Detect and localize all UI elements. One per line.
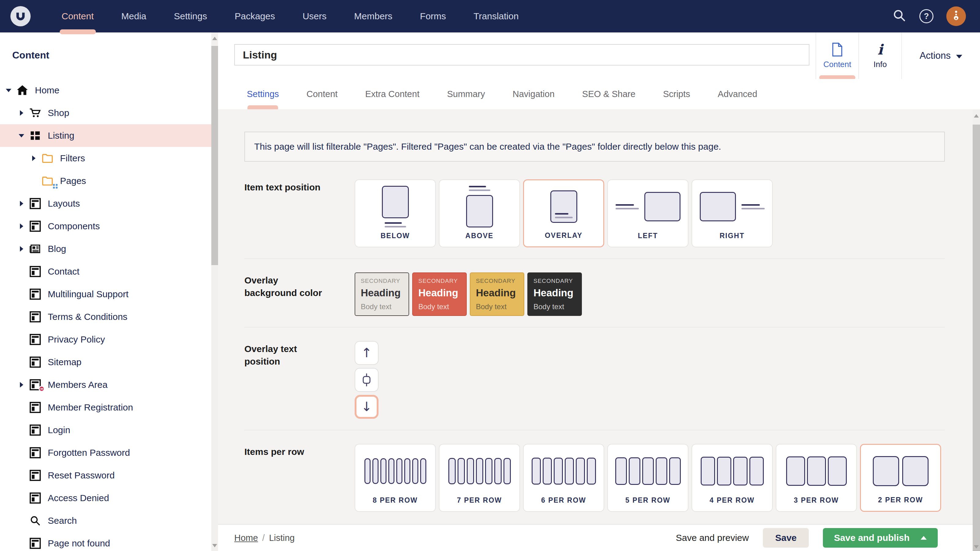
page-title-input[interactable] bbox=[234, 44, 810, 65]
tree-item-access-denied[interactable]: Access Denied bbox=[0, 487, 211, 510]
nav-item-media[interactable]: Media bbox=[108, 0, 160, 32]
tree-item-home[interactable]: Home bbox=[0, 79, 211, 102]
option-below[interactable]: BELOW bbox=[355, 179, 436, 247]
scrollbar-thumb[interactable] bbox=[973, 125, 980, 551]
main-scrollbar[interactable] bbox=[973, 109, 980, 551]
tree-item-search[interactable]: Search bbox=[0, 510, 211, 532]
option-right[interactable]: RIGHT bbox=[692, 179, 773, 247]
swatch-charcoal[interactable]: SECONDARY Heading Body text bbox=[527, 272, 582, 316]
tree-item-forgotten-password[interactable]: Forgotten Password bbox=[0, 441, 211, 464]
layout-icon bbox=[27, 333, 43, 345]
nav-item-forms[interactable]: Forms bbox=[406, 0, 460, 32]
swatch-beige[interactable]: SECONDARY Heading Body text bbox=[355, 272, 409, 316]
option-3-per-row[interactable]: 3 PER ROW bbox=[776, 444, 857, 512]
position-bottom-button[interactable]: ↓ bbox=[355, 395, 379, 419]
property-overlay-text-position: Overlay text position ↑ ↓ bbox=[244, 327, 945, 430]
option-4-per-row[interactable]: 4 PER ROW bbox=[692, 444, 773, 512]
position-top-button[interactable]: ↑ bbox=[355, 341, 379, 365]
tab-content-group[interactable]: Content bbox=[293, 79, 352, 109]
save-button[interactable]: Save bbox=[763, 528, 809, 548]
nav-item-members[interactable]: Members bbox=[340, 0, 406, 32]
caret-right-icon[interactable] bbox=[16, 224, 27, 229]
sidebar-scrollbar[interactable] bbox=[211, 32, 218, 551]
tree-item-member-registration[interactable]: Member Registration bbox=[0, 396, 211, 419]
option-7-per-row[interactable]: 7 PER ROW bbox=[439, 444, 520, 512]
option-8-per-row[interactable]: 8 PER ROW bbox=[355, 444, 436, 512]
nav-item-translation[interactable]: Translation bbox=[460, 0, 532, 32]
umbraco-logo-icon[interactable] bbox=[10, 6, 30, 26]
option-6-per-row[interactable]: 6 PER ROW bbox=[523, 444, 604, 512]
tree-item-multilingual-support[interactable]: Multilingual Support bbox=[0, 283, 211, 305]
tree-item-page-not-found[interactable]: Page not found bbox=[0, 532, 211, 551]
caret-right-icon[interactable] bbox=[16, 246, 27, 252]
active-tab-indicator bbox=[247, 105, 278, 109]
layout-icon bbox=[27, 198, 43, 210]
scroll-up-icon[interactable] bbox=[974, 114, 979, 118]
option-overlay[interactable]: OVERLAY bbox=[523, 179, 604, 247]
nav-item-users[interactable]: Users bbox=[289, 0, 340, 32]
option-above[interactable]: ABOVE bbox=[439, 179, 520, 247]
tree-item-filters[interactable]: Filters bbox=[0, 147, 211, 170]
layout-icon bbox=[27, 424, 43, 436]
tree-item-listing[interactable]: Listing bbox=[0, 124, 211, 147]
caret-right-icon[interactable] bbox=[16, 201, 27, 206]
swatch-mustard[interactable]: SECONDARY Heading Body text bbox=[470, 272, 524, 316]
nav-item-packages[interactable]: Packages bbox=[221, 0, 289, 32]
tab-info[interactable]: i Info bbox=[858, 32, 901, 79]
tree-item-privacy-policy[interactable]: Privacy Policy bbox=[0, 328, 211, 351]
tree-item-layouts[interactable]: Layouts bbox=[0, 192, 211, 215]
chevron-up-icon[interactable] bbox=[921, 536, 927, 540]
tree-item-pages[interactable]: Pages bbox=[0, 170, 211, 192]
breadcrumb-home-link[interactable]: Home bbox=[234, 533, 258, 543]
nav-item-settings[interactable]: Settings bbox=[160, 0, 221, 32]
caret-right-icon[interactable] bbox=[28, 156, 39, 161]
scroll-down-icon[interactable] bbox=[212, 544, 217, 547]
scroll-up-icon[interactable] bbox=[212, 37, 217, 40]
layout-icon bbox=[27, 356, 43, 368]
scroll-down-icon[interactable] bbox=[974, 545, 979, 549]
tab-advanced[interactable]: Advanced bbox=[704, 79, 771, 109]
property-overlay-background-color: Overlay background color SECONDARY Headi… bbox=[244, 258, 945, 327]
position-center-button[interactable] bbox=[355, 368, 379, 392]
save-and-preview-button[interactable]: Save and preview bbox=[676, 533, 749, 543]
editor-header: Content i Info Actions bbox=[218, 32, 980, 79]
settings-form: This page will list filterable "Pages". … bbox=[218, 109, 973, 524]
tab-extra-content[interactable]: Extra Content bbox=[351, 79, 433, 109]
tab-settings[interactable]: Settings bbox=[233, 79, 293, 109]
tab-scripts[interactable]: Scripts bbox=[649, 79, 704, 109]
caret-down-icon[interactable] bbox=[3, 89, 14, 92]
swatch-coral[interactable]: SECONDARY Heading Body text bbox=[412, 272, 467, 316]
overlay-color-options: SECONDARY Heading Body text SECONDARY He… bbox=[355, 272, 582, 316]
property-group-tabs: Settings Content Extra Content Summary N… bbox=[218, 79, 980, 109]
tab-seo-share[interactable]: SEO & Share bbox=[568, 79, 649, 109]
option-5-per-row[interactable]: 5 PER ROW bbox=[607, 444, 689, 512]
tab-content[interactable]: Content bbox=[816, 32, 858, 79]
help-icon[interactable]: ? bbox=[920, 9, 934, 23]
tree-item-terms-conditions[interactable]: Terms & Conditions bbox=[0, 305, 211, 328]
home-icon bbox=[14, 84, 30, 97]
caret-right-icon[interactable] bbox=[16, 110, 27, 116]
tab-navigation[interactable]: Navigation bbox=[499, 79, 568, 109]
tab-summary[interactable]: Summary bbox=[433, 79, 499, 109]
scrollbar-thumb[interactable] bbox=[211, 46, 218, 265]
option-2-per-row[interactable]: 2 PER ROW bbox=[860, 444, 941, 512]
tree-item-reset-password[interactable]: Reset Password bbox=[0, 464, 211, 487]
tree-item-login[interactable]: Login bbox=[0, 419, 211, 441]
folder-icon bbox=[39, 152, 56, 164]
tree-item-shop[interactable]: Shop bbox=[0, 102, 211, 124]
footer-actions: Save and preview Save Save and publish bbox=[676, 528, 938, 548]
caret-right-icon[interactable] bbox=[16, 382, 27, 387]
tree-item-components[interactable]: Components bbox=[0, 215, 211, 238]
caret-down-icon[interactable] bbox=[16, 134, 27, 137]
save-and-publish-button[interactable]: Save and publish bbox=[823, 528, 938, 548]
user-avatar[interactable] bbox=[946, 6, 966, 26]
option-left[interactable]: LEFT bbox=[607, 179, 689, 247]
layout-icon bbox=[27, 447, 43, 459]
nav-item-content[interactable]: Content bbox=[48, 0, 108, 32]
actions-dropdown[interactable]: Actions bbox=[901, 32, 980, 79]
search-icon[interactable] bbox=[892, 9, 907, 24]
tree-item-blog[interactable]: Blog bbox=[0, 238, 211, 260]
tree-item-contact[interactable]: Contact bbox=[0, 260, 211, 283]
tree-item-members-area[interactable]: Members Area bbox=[0, 373, 211, 396]
tree-item-sitemap[interactable]: Sitemap bbox=[0, 351, 211, 373]
